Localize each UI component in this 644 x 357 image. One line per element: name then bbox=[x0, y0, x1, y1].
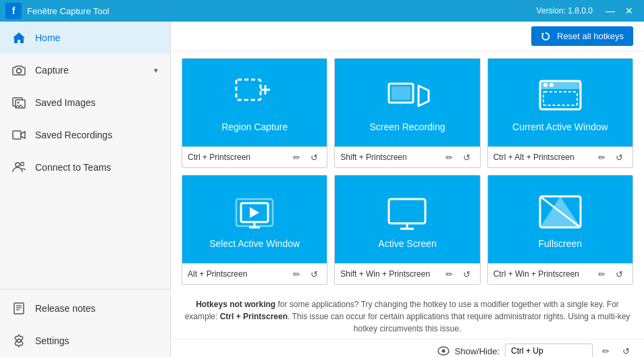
active-screen-label: Active Screen bbox=[378, 238, 436, 249]
sidebar-item-home-label: Home bbox=[35, 32, 159, 43]
active-screen-reset-button[interactable]: ↺ bbox=[460, 267, 475, 281]
screen-recording-edit-button[interactable]: ✏ bbox=[442, 150, 457, 165]
svg-point-24 bbox=[549, 83, 554, 87]
fullscreen-card: Fullscreen Ctrl + Win + Printscreen ✏ ↺ bbox=[487, 175, 633, 285]
screen-recording-card: Screen Recording Shift + Printscreen ✏ ↺ bbox=[334, 58, 480, 168]
select-active-window-button[interactable]: Select Active Window bbox=[182, 175, 327, 263]
svg-point-4 bbox=[18, 102, 20, 104]
screen-recording-hotkey: Shift + Printscreen bbox=[340, 153, 439, 162]
screen-recording-hotkey-bar: Shift + Printscreen ✏ ↺ bbox=[335, 146, 479, 167]
eye-icon bbox=[437, 346, 450, 356]
capture-arrow-icon: ▼ bbox=[153, 67, 159, 74]
capture-grid: Region Capture Ctrl + Printscreen ✏ ↺ bbox=[171, 51, 644, 292]
svg-rect-19 bbox=[392, 86, 410, 100]
showhide-bar: Show/Hide: ✏ ↺ bbox=[171, 339, 644, 357]
active-screen-button[interactable]: Active Screen bbox=[335, 175, 479, 263]
active-screen-icon bbox=[383, 192, 431, 233]
svg-marker-30 bbox=[250, 207, 259, 218]
sidebar-item-saved-recordings-label: Saved Recordings bbox=[35, 130, 159, 140]
sidebar-item-settings[interactable]: Settings bbox=[0, 325, 170, 357]
app-title: Fenêtre Capture Tool bbox=[27, 6, 537, 16]
showhide-hotkey-input[interactable] bbox=[505, 344, 593, 357]
svg-point-38 bbox=[441, 350, 445, 353]
select-active-window-hotkey-bar: Alt + Printscreen ✏ ↺ bbox=[182, 263, 327, 284]
svg-point-7 bbox=[16, 163, 20, 167]
svg-marker-0 bbox=[13, 32, 25, 43]
region-capture-reset-button[interactable]: ↺ bbox=[306, 150, 321, 165]
camera-icon bbox=[11, 62, 27, 78]
active-screen-edit-button[interactable]: ✏ bbox=[442, 267, 457, 281]
fullscreen-hotkey: Ctrl + Win + Printscreen bbox=[493, 269, 592, 279]
svg-marker-6 bbox=[21, 132, 25, 138]
fullscreen-button[interactable]: Fullscreen bbox=[488, 175, 633, 263]
sidebar-item-capture[interactable]: Capture ▼ bbox=[0, 54, 170, 86]
reset-hotkeys-button[interactable]: Reset all hotkeys bbox=[531, 26, 633, 46]
screen-recording-button[interactable]: Screen Recording bbox=[335, 59, 479, 146]
sidebar-item-connect-teams-label: Connect to Teams bbox=[35, 162, 159, 173]
fullscreen-reset-button[interactable]: ↺ bbox=[612, 267, 627, 281]
select-active-window-hotkey: Alt + Printscreen bbox=[188, 269, 286, 279]
active-screen-hotkey-bar: Shift + Win + Printscreen ✏ ↺ bbox=[335, 263, 479, 284]
current-active-window-hotkey: Ctrl + Alt + Printscreen bbox=[493, 153, 592, 162]
sidebar-item-release-notes[interactable]: Release notes bbox=[0, 292, 170, 325]
current-active-window-card: Current Active Window Ctrl + Alt + Print… bbox=[487, 58, 633, 168]
close-button[interactable]: ✕ bbox=[620, 1, 639, 20]
region-capture-edit-button[interactable]: ✏ bbox=[289, 150, 304, 165]
showhide-reset-button[interactable]: ↺ bbox=[618, 344, 633, 357]
sidebar-item-saved-images-label: Saved Images bbox=[35, 97, 159, 108]
sidebar-item-settings-label: Settings bbox=[35, 335, 159, 346]
images-icon bbox=[11, 94, 27, 111]
select-active-window-card: Select Active Window Alt + Printscreen ✏… bbox=[182, 175, 327, 285]
sidebar-item-home[interactable]: Home bbox=[0, 22, 170, 54]
fullscreen-hotkey-bar: Ctrl + Win + Printscreen ✏ ↺ bbox=[488, 263, 633, 284]
svg-point-13 bbox=[18, 339, 21, 343]
fullscreen-label: Fullscreen bbox=[539, 238, 583, 249]
current-active-window-hotkey-bar: Ctrl + Alt + Printscreen ✏ ↺ bbox=[488, 146, 633, 167]
teams-icon bbox=[11, 159, 27, 175]
current-active-window-edit-button[interactable]: ✏ bbox=[595, 150, 610, 165]
sidebar-item-saved-recordings[interactable]: Saved Recordings bbox=[0, 119, 170, 151]
screen-recording-icon bbox=[383, 76, 431, 116]
region-capture-button[interactable]: Region Capture bbox=[182, 59, 327, 146]
info-text: Hotkeys not working for some application… bbox=[171, 292, 644, 339]
svg-point-23 bbox=[543, 83, 547, 87]
content-area: Reset all hotkeys Region Capture bbox=[171, 22, 644, 357]
svg-marker-20 bbox=[419, 86, 429, 106]
screen-recording-label: Screen Recording bbox=[369, 121, 445, 132]
home-icon bbox=[11, 30, 27, 46]
release-notes-icon bbox=[11, 300, 27, 317]
current-active-window-label: Current Active Window bbox=[512, 121, 608, 132]
app-body: Home Capture ▼ Saved Images Saved Record… bbox=[0, 22, 644, 357]
minimize-button[interactable]: — bbox=[601, 1, 620, 20]
showhide-label: Show/Hide: bbox=[455, 346, 500, 356]
version-text: Version: 1.8.0.0 bbox=[537, 6, 593, 16]
active-screen-card: Active Screen Shift + Win + Printscreen … bbox=[334, 175, 480, 285]
select-active-window-icon bbox=[231, 192, 278, 233]
svg-rect-31 bbox=[389, 199, 425, 223]
settings-icon bbox=[11, 333, 27, 349]
sidebar-item-capture-label: Capture bbox=[35, 65, 153, 76]
screen-recording-reset-button[interactable]: ↺ bbox=[460, 150, 475, 165]
title-bar: f Fenêtre Capture Tool Version: 1.8.0.0 … bbox=[0, 0, 644, 22]
select-active-window-reset-button[interactable]: ↺ bbox=[306, 267, 321, 281]
svg-marker-14 bbox=[541, 33, 544, 36]
current-active-window-button[interactable]: Current Active Window bbox=[488, 59, 633, 146]
select-active-window-label: Select Active Window bbox=[209, 238, 300, 249]
svg-rect-9 bbox=[14, 303, 24, 314]
select-active-window-edit-button[interactable]: ✏ bbox=[289, 267, 304, 281]
fullscreen-icon bbox=[537, 192, 584, 233]
sidebar-item-connect-teams[interactable]: Connect to Teams bbox=[0, 151, 170, 184]
svg-rect-25 bbox=[543, 92, 577, 105]
region-capture-label: Region Capture bbox=[221, 121, 288, 132]
fullscreen-edit-button[interactable]: ✏ bbox=[595, 267, 610, 281]
active-screen-hotkey: Shift + Win + Printscreen bbox=[340, 269, 439, 279]
showhide-edit-button[interactable]: ✏ bbox=[598, 344, 613, 357]
svg-rect-5 bbox=[13, 131, 21, 139]
current-active-window-icon bbox=[537, 76, 584, 116]
current-active-window-reset-button[interactable]: ↺ bbox=[612, 150, 627, 165]
sidebar-item-release-notes-label: Release notes bbox=[35, 303, 159, 314]
content-header: Reset all hotkeys bbox=[171, 22, 644, 51]
sidebar-item-saved-images[interactable]: Saved Images bbox=[0, 86, 170, 119]
recordings-icon bbox=[11, 127, 27, 143]
svg-rect-15 bbox=[236, 80, 261, 100]
